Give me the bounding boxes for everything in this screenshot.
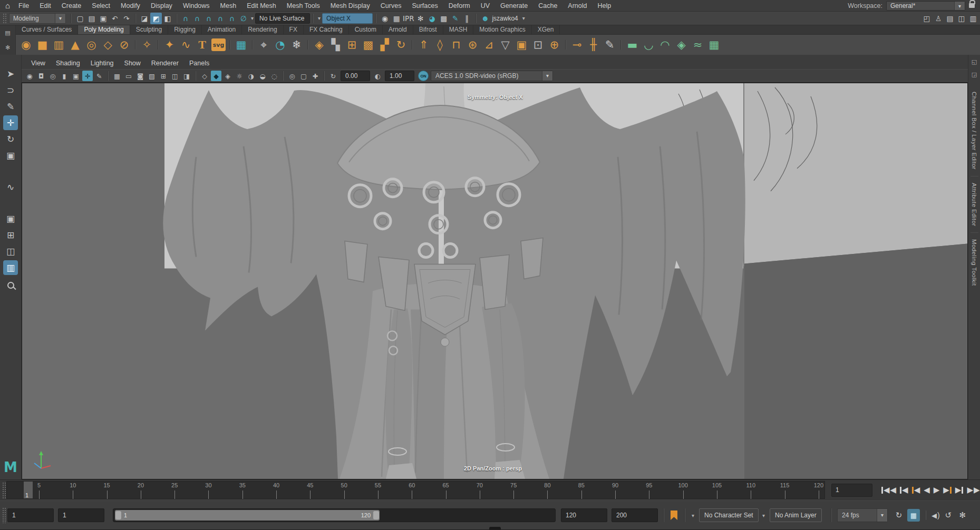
shelf-tab-fx-caching[interactable]: FX Caching	[304, 25, 349, 34]
menubar-item[interactable]: Mesh Tools	[282, 2, 325, 9]
symmetry-field[interactable]: Object X	[322, 13, 373, 24]
menubar-item[interactable]: Modify	[115, 2, 145, 9]
camera-bookmark-icon[interactable]: ▮	[59, 71, 70, 81]
menubar-item[interactable]: Mesh	[215, 2, 242, 9]
target-weld-icon[interactable]: ⊡	[530, 37, 546, 53]
smooth-shade-icon[interactable]: ◆	[211, 71, 221, 81]
menubar-item[interactable]: Display	[145, 2, 178, 9]
tab-attribute-editor[interactable]: Attribute Editor	[971, 180, 977, 229]
chevron-down-icon[interactable]: ▾	[954, 2, 965, 10]
textured-icon[interactable]: ◈	[222, 71, 233, 81]
combine-icon[interactable]: ◈	[311, 37, 327, 53]
shelf-tab-animation[interactable]: Animation	[202, 25, 242, 34]
svg-tool-icon[interactable]: svg	[211, 38, 226, 51]
layout-outliner-persp[interactable]: ▥	[3, 260, 18, 275]
platonic-solid-icon[interactable]: ✧	[139, 37, 155, 53]
range-end-handle[interactable]	[373, 511, 379, 519]
menubar-item[interactable]: Cache	[533, 2, 562, 9]
render-frame-icon[interactable]: ▦	[391, 13, 402, 24]
poly-plane-icon[interactable]: ◇	[100, 37, 116, 53]
poly-sphere-icon[interactable]: ◉	[18, 37, 34, 53]
menubar-item[interactable]: Surfaces	[406, 2, 443, 9]
field-chart-icon[interactable]: ⊞	[158, 71, 169, 81]
select-camera-icon[interactable]: ◉	[24, 71, 35, 81]
snap-curve-icon[interactable]: ∩	[191, 13, 203, 24]
anim-preferences-icon[interactable]: ✻	[957, 509, 968, 521]
bridge-icon[interactable]: ⊓	[448, 37, 464, 53]
paint-select-tool[interactable]: ✎	[3, 99, 18, 114]
shelf-tab-rigging[interactable]: Rigging	[168, 25, 202, 34]
panel-menu-item[interactable]: Shading	[51, 60, 85, 67]
shadows-icon[interactable]: ◑	[246, 71, 256, 81]
poly-torus-icon[interactable]: ◎	[83, 37, 100, 53]
camera-attributes-icon[interactable]: ◎	[47, 71, 58, 81]
scale-tool[interactable]: ▣	[3, 148, 18, 163]
smooth-mesh-icon[interactable]: ⊞	[344, 37, 360, 53]
shelf-tab-custom[interactable]: Custom	[349, 25, 383, 34]
shelf-tab-rendering[interactable]: Rendering	[242, 25, 283, 34]
range-slider[interactable]: 1 120	[113, 508, 556, 522]
workspace-selector[interactable]: General* ▾	[886, 1, 965, 11]
gamma-field[interactable]: 1.00	[385, 71, 414, 81]
conform-tool-icon[interactable]: ◈	[673, 37, 690, 53]
select-object-icon[interactable]: ◩	[150, 13, 162, 24]
tab-channel-box-layer-editor[interactable]: Channel Box / Layer Editor	[971, 89, 977, 173]
grid-icon[interactable]: ▦	[112, 71, 122, 81]
character-controls-toggle-icon[interactable]: ♙	[933, 13, 944, 24]
retopologize-icon[interactable]: ↻	[393, 37, 409, 53]
shelf-tab-bifrost[interactable]: Bifrost	[413, 25, 443, 34]
select-tool[interactable]: ➤	[3, 66, 18, 81]
anim-layer-selector[interactable]: No Anim Layer	[770, 508, 822, 522]
bevel-icon[interactable]: ◊	[432, 37, 448, 53]
wireframe-icon[interactable]: ◇	[199, 71, 210, 81]
safe-action-icon[interactable]: ◫	[170, 71, 180, 81]
pause-viewport-icon[interactable]: ‖	[461, 13, 473, 24]
save-scene-icon[interactable]: ▣	[98, 13, 109, 24]
cursor-target-icon[interactable]: ⌖	[256, 37, 272, 53]
shelf-tab-arnold[interactable]: Arnold	[383, 25, 413, 34]
sweep-mesh-icon[interactable]: ∿	[178, 37, 194, 53]
attribute-editor-toggle-icon[interactable]: ◫	[956, 13, 967, 24]
rotate-tool[interactable]: ↻	[3, 132, 18, 146]
layout-single-pane[interactable]: ▣	[3, 211, 18, 226]
shelf-tab-curves-surfaces[interactable]: Curves / Surfaces	[16, 25, 78, 34]
step-forward-key-button[interactable]: ▶	[943, 485, 952, 495]
menubar-item[interactable]: Select	[86, 2, 115, 9]
colorspace-selector[interactable]: ACES 1.0 SDR-video (sRGB) ▾	[431, 71, 553, 81]
chevron-down-icon[interactable]: ▾	[318, 15, 321, 21]
reduce-mesh-icon[interactable]: ▩	[360, 37, 376, 53]
snap-point-icon[interactable]: ∩	[203, 13, 215, 24]
lasso-tool[interactable]: ⊃	[3, 83, 18, 97]
live-surface-field[interactable]: No Live Surface	[255, 13, 310, 24]
display-layers-toggle-icon[interactable]: ▥	[967, 13, 979, 24]
gate-mask-icon[interactable]: ▧	[147, 71, 157, 81]
chevron-down-icon[interactable]: ▾	[251, 15, 254, 21]
time-slider[interactable]: 1 5 10 15 20 25 30 35 40 45	[6, 481, 825, 499]
panel-menu-item[interactable]: View	[26, 60, 51, 67]
poly-cube-icon[interactable]: ■	[34, 37, 51, 53]
play-loop-icon[interactable]: ↻	[893, 509, 905, 521]
lock-icon[interactable]	[969, 3, 975, 8]
redo-icon[interactable]: ↷	[121, 13, 132, 24]
play-backwards-button[interactable]: ◀	[924, 485, 930, 495]
panel-menu-item[interactable]: Show	[119, 60, 146, 67]
layout-four-pane[interactable]: ⊞	[3, 228, 18, 242]
extrude-icon[interactable]: ⇑	[415, 37, 432, 53]
color-management-toggle[interactable]: ON	[418, 71, 429, 81]
menubar-item[interactable]: Arnold	[562, 2, 592, 9]
table-panel-icon[interactable]: ▦	[233, 37, 249, 53]
modeling-toolkit-toggle-icon[interactable]: ◰	[921, 13, 933, 24]
insert-edge-loop-icon[interactable]: ╫	[585, 37, 601, 53]
menubar-item[interactable]: Edit Mesh	[241, 2, 282, 9]
wedge-icon[interactable]: ⊿	[481, 37, 497, 53]
select-component-icon[interactable]: ◧	[162, 13, 173, 24]
ssao-icon[interactable]: ◒	[257, 71, 268, 81]
snap-grid-icon[interactable]: ∩	[180, 13, 191, 24]
ipr-render-icon[interactable]: IPR	[402, 13, 415, 24]
uv-editor-icon[interactable]: ▦	[706, 37, 722, 53]
pan-zoom-2d-icon[interactable]: ✛	[82, 71, 93, 81]
relax-tool-icon[interactable]: ◠	[657, 37, 673, 53]
shelf-tab-poly-modeling[interactable]: Poly Modeling	[78, 25, 130, 34]
shelf-tab-xgen[interactable]: XGen	[532, 25, 560, 34]
speaker-icon[interactable]: ◀)	[932, 511, 940, 519]
